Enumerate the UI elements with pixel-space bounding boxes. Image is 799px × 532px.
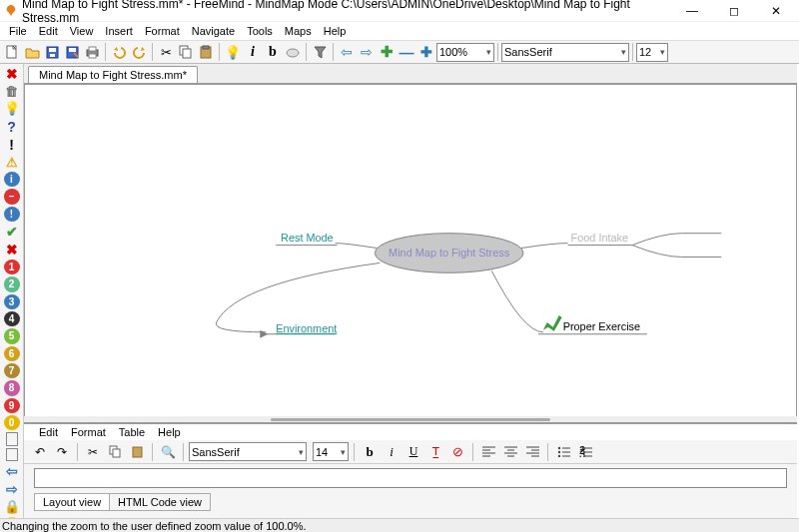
align-left-icon[interactable] — [478, 442, 498, 462]
editor-underline-icon[interactable]: U — [403, 442, 423, 462]
list-number-icon[interactable]: 123 — [575, 442, 595, 462]
filter-icon[interactable] — [310, 42, 330, 62]
zoom-value: 100% — [439, 46, 467, 58]
add-node-icon[interactable]: ✚ — [377, 42, 397, 62]
zoom-out-icon[interactable]: ― — [397, 42, 416, 62]
sidebar-p4-icon[interactable]: 4 — [4, 311, 20, 326]
sidebar-p2-icon[interactable]: 2 — [4, 276, 20, 291]
sidebar-warning-icon[interactable]: ⚠ — [4, 155, 20, 170]
sidebar-p0-icon[interactable]: 0 — [4, 415, 20, 430]
menu-view[interactable]: View — [65, 24, 99, 38]
cloud-icon[interactable] — [283, 42, 303, 62]
sidebar-info-icon[interactable]: i — [4, 172, 20, 187]
undo-icon[interactable] — [109, 42, 129, 62]
sidebar-idea-icon[interactable]: 💡 — [4, 101, 20, 116]
node-exercise[interactable]: Proper Exercise — [563, 320, 640, 332]
list-bullet-icon[interactable] — [553, 442, 573, 462]
editor-font-dropdown[interactable]: SansSerif▾ — [189, 442, 307, 461]
sidebar-p7-icon[interactable]: 7 — [4, 363, 20, 378]
align-right-icon[interactable] — [522, 442, 542, 462]
sidebar-blank-icon[interactable] — [6, 448, 18, 462]
editor-find-icon[interactable]: 🔍 — [158, 442, 178, 462]
zoom-dropdown[interactable]: 100%▾ — [436, 43, 494, 62]
sidebar-p9-icon[interactable]: 9 — [4, 398, 20, 413]
editor-menu-table[interactable]: Table — [114, 425, 150, 439]
node-env[interactable]: Environment — [276, 322, 337, 334]
sidebar-stop-icon[interactable]: – — [4, 189, 20, 204]
sidebar-check-icon[interactable]: ✔ — [4, 224, 20, 240]
sidebar-back-icon[interactable]: ⇦ — [4, 463, 20, 479]
svg-point-23 — [557, 447, 559, 449]
editor-undo-icon[interactable]: ↶ — [30, 442, 50, 462]
status-text: Changing the zoom to the user defined zo… — [2, 520, 307, 532]
align-center-icon[interactable] — [500, 442, 520, 462]
statusbar: Changing the zoom to the user defined zo… — [0, 518, 799, 532]
editor-menu-help[interactable]: Help — [153, 425, 186, 439]
svg-rect-21 — [113, 449, 120, 457]
idea-icon[interactable]: 💡 — [223, 42, 243, 62]
sidebar-forward-icon[interactable]: ⇨ — [4, 481, 20, 497]
node-food[interactable]: Food Intake — [571, 232, 629, 244]
menu-tools[interactable]: Tools — [242, 24, 278, 38]
fontsize-dropdown[interactable]: 12▾ — [636, 43, 668, 62]
sidebar-doc-icon[interactable] — [6, 432, 18, 446]
sidebar-p1-icon[interactable]: 1 — [4, 260, 20, 274]
new-file-icon[interactable] — [2, 42, 22, 62]
editor-cut-icon[interactable]: ✂ — [83, 442, 103, 462]
redo-icon[interactable] — [129, 42, 149, 62]
close-button[interactable]: ✕ — [761, 2, 791, 20]
tab-html-view[interactable]: HTML Code view — [109, 493, 211, 511]
font-dropdown[interactable]: SansSerif▾ — [501, 43, 629, 62]
sidebar-p6-icon[interactable]: 6 — [4, 346, 20, 361]
saveas-icon[interactable] — [62, 42, 82, 62]
editor-color-icon[interactable]: T̲ — [425, 442, 445, 462]
sidebar-lock-icon[interactable]: 🔒 — [4, 499, 20, 514]
menu-maps[interactable]: Maps — [280, 24, 317, 38]
nav-next-icon[interactable]: ⇨ — [357, 42, 377, 62]
sidebar-p3-icon[interactable]: 3 — [4, 294, 20, 309]
editor-text-input[interactable] — [34, 468, 787, 488]
bold-icon[interactable]: b — [263, 42, 283, 62]
font-value: SansSerif — [504, 46, 552, 58]
copy-icon[interactable] — [176, 42, 196, 62]
node-rest[interactable]: Rest Mode — [281, 232, 334, 244]
svg-rect-8 — [89, 54, 96, 58]
cut-icon[interactable]: ✂ — [156, 42, 176, 62]
menu-insert[interactable]: Insert — [100, 24, 138, 38]
menu-file[interactable]: File — [4, 24, 32, 38]
save-icon[interactable] — [42, 42, 62, 62]
editor-paste-icon[interactable] — [127, 442, 147, 462]
nav-prev-icon[interactable]: ⇦ — [337, 42, 357, 62]
sidebar-delete-icon[interactable]: ✖ — [4, 66, 20, 82]
sidebar-p5-icon[interactable]: 5 — [4, 328, 20, 343]
print-icon[interactable] — [82, 42, 102, 62]
editor-redo-icon[interactable]: ↷ — [52, 442, 72, 462]
tab-layout-view[interactable]: Layout view — [34, 493, 110, 511]
editor-clear-icon[interactable]: ⊘ — [447, 442, 467, 462]
editor-fontsize-dropdown[interactable]: 14▾ — [313, 442, 349, 461]
document-tab[interactable]: Mind Map to Fight Stress.mm* — [28, 66, 198, 83]
sidebar-trash-icon[interactable]: 🗑 — [4, 84, 20, 99]
sidebar-cross-icon[interactable]: ✖ — [4, 242, 20, 258]
editor-menu-format[interactable]: Format — [66, 425, 111, 439]
maximize-button[interactable]: ◻ — [719, 2, 749, 20]
menu-format[interactable]: Format — [140, 24, 185, 38]
editor-menu-edit[interactable]: Edit — [34, 425, 63, 439]
menu-navigate[interactable]: Navigate — [187, 24, 240, 38]
menu-help[interactable]: Help — [319, 24, 352, 38]
editor-copy-icon[interactable] — [105, 442, 125, 462]
minimize-button[interactable]: ― — [677, 2, 707, 20]
sidebar-important-icon[interactable]: ! — [4, 137, 20, 153]
editor-italic-icon[interactable]: i — [382, 442, 401, 462]
paste-icon[interactable] — [196, 42, 216, 62]
open-file-icon[interactable] — [22, 42, 42, 62]
sidebar-ok2-icon[interactable]: ! — [4, 207, 20, 222]
sidebar-help-icon[interactable]: ? — [4, 119, 20, 135]
menu-edit[interactable]: Edit — [34, 24, 63, 38]
icon-sidebar: ✖ 🗑 💡 ? ! ⚠ i – ! ✔ ✖ 1 2 3 4 5 6 7 8 9 … — [0, 64, 24, 532]
italic-icon[interactable]: i — [243, 42, 263, 62]
sidebar-p8-icon[interactable]: 8 — [4, 380, 20, 395]
editor-bold-icon[interactable]: b — [360, 442, 380, 462]
mindmap-canvas[interactable]: Mind Map to Fight Stress Rest Mode Envir… — [24, 84, 797, 422]
zoom-in-icon[interactable]: ✚ — [416, 42, 436, 62]
